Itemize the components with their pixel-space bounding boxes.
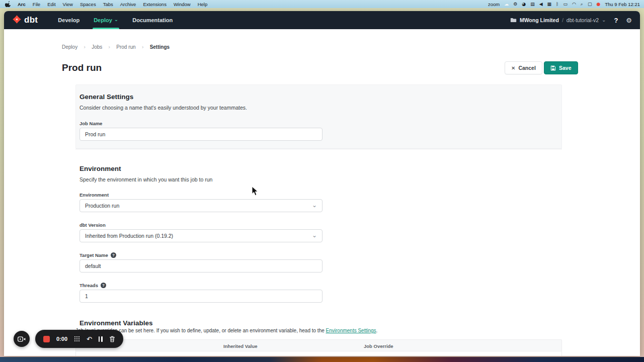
job-name-label: Job Name [79,121,102,126]
breadcrumb-deploy[interactable]: Deploy [62,44,77,50]
dbt-logo-icon [12,15,22,26]
desktop-wallpaper-strip [0,355,644,362]
breadcrumb-prod-run[interactable]: Prod run [116,44,135,50]
cloud-icon[interactable]: ☁ [504,2,509,7]
nav-develop[interactable]: Develop [52,11,86,29]
env-vars-description-suffix: . [376,328,378,333]
threads-label-text: Threads [79,283,98,288]
menu-extensions[interactable]: Extensions [139,2,170,7]
breadcrumb-separator-icon: › [108,44,110,50]
env-vars-table-row [75,351,562,356]
target-name-label-text: Target Name [79,252,108,258]
job-settings-page: Deploy › Jobs › Prod run › Settings Prod… [4,29,640,356]
nav-develop-label: Develop [58,17,79,23]
zoom-menu-label[interactable]: zoom [488,2,500,7]
general-settings-description: Consider choosing a name that's easily u… [79,105,247,111]
dbt-logo[interactable]: dbt [12,15,38,26]
chevron-down-icon: ⌄ [114,17,118,22]
save-button[interactable]: Save [544,61,578,74]
battery-icon[interactable]: ▭ [563,2,568,7]
clock-icon[interactable]: ◕ [522,2,526,7]
help-icon[interactable]: ? [614,17,618,24]
menubar-status-area: zoom ☁ ⚙ ◕ ▤ ◀ ▦ ᛒ ▭ ◠ ⌕ ▢ ● Thu 9 Feb 1… [488,2,640,7]
menu-window[interactable]: Window [170,2,194,7]
menubar-clock[interactable]: Thu 9 Feb 12:21 [605,2,640,7]
dbt-version-select[interactable]: Inherited from Production run (0.19.2) ⌄ [79,229,323,242]
help-circle-icon[interactable]: ? [111,252,116,258]
dbt-version-label: dbt Version [79,222,106,228]
drag-handle-icon[interactable] [74,336,80,342]
settings-gear-icon[interactable]: ⚙ [626,17,632,24]
pause-icon[interactable] [99,336,103,342]
environment-variables-description: Job level overrides can be set here. If … [75,328,528,333]
menu-archive[interactable]: Archive [117,2,140,7]
page-title: Prod run [62,62,102,73]
close-icon: ✕ [511,65,515,71]
menu-file[interactable]: File [29,2,44,7]
undo-icon[interactable]: ↶ [87,336,92,342]
stop-recording-button[interactable] [43,336,50,342]
breadcrumb-settings: Settings [150,44,170,50]
trash-icon[interactable] [109,336,115,342]
help-circle-icon[interactable]: ? [101,283,106,288]
breadcrumb-separator-icon: › [142,44,144,50]
menu-help[interactable]: Help [194,2,211,7]
macos-menu-bar: Arc File Edit View Spaces Tabs Archive E… [0,0,644,8]
job-name-label-text: Job Name [79,121,102,126]
chevron-down-icon: ⌄ [312,232,317,239]
calendar-icon[interactable]: ▦ [547,2,552,7]
target-name-input[interactable] [79,259,323,273]
bluetooth-icon[interactable]: ᛒ [556,2,558,7]
environments-settings-link[interactable]: Environments Settings [326,328,376,333]
breadcrumb: Deploy › Jobs › Prod run › Settings [62,44,170,50]
job-name-input[interactable] [79,128,323,141]
cancel-button-label: Cancel [518,65,535,71]
environment-label-text: Environment [79,192,109,198]
cancel-button[interactable]: ✕ Cancel [505,61,542,74]
column-job-override: Job Override [364,343,393,349]
volume-icon[interactable]: ◀ [539,2,543,7]
record-dot-icon[interactable]: ● [596,2,600,7]
display-icon[interactable]: ▢ [588,2,592,7]
header-right: MWong Limited / dbt-tutorial-v2 ⌄ ? ⚙ [510,17,632,24]
account-switcher[interactable]: MWong Limited / dbt-tutorial-v2 ⌄ [510,17,606,23]
environment-title: Environment [79,165,121,172]
general-settings-title: General Settings [79,93,133,101]
browser-window: dbt Develop Deploy ⌄ Documentation MWong… [4,11,640,356]
keyboard-icon[interactable]: ▤ [530,2,535,7]
nav-documentation[interactable]: Documentation [126,11,179,29]
threads-input[interactable] [79,290,323,303]
folder-icon [510,18,517,23]
recording-timer: 0:00 [56,336,67,342]
menu-arc[interactable]: Arc [14,2,29,7]
search-icon[interactable]: ⌕ [581,2,583,7]
account-separator: / [562,17,564,23]
column-inherited-value: Inherited Value [223,343,258,349]
nav-deploy-label: Deploy [94,17,112,23]
chevron-down-icon: ⌄ [312,202,317,209]
save-button-label: Save [559,65,572,71]
project-name: dbt-tutorial-v2 [567,17,599,23]
camera-toggle-button[interactable] [14,331,30,347]
wifi-icon[interactable]: ◠ [572,2,576,7]
recording-toolbar: 0:00 ↶ [35,330,123,348]
breadcrumb-separator-icon: › [84,44,86,50]
environment-select-value: Production run [85,203,119,209]
breadcrumb-jobs[interactable]: Jobs [92,44,102,50]
gear-icon[interactable]: ⚙ [513,2,517,7]
menu-view[interactable]: View [59,2,76,7]
threads-label: Threads ? [79,283,106,288]
environment-description: Specify the environment in which you wan… [79,176,212,183]
dbt-version-select-value: Inherited from Production run (0.19.2) [85,233,173,239]
chevron-down-icon: ⌄ [602,17,606,23]
nav-deploy[interactable]: Deploy ⌄ [88,11,124,29]
save-icon [550,65,556,71]
menu-spaces[interactable]: Spaces [76,2,100,7]
menu-tabs[interactable]: Tabs [100,2,117,7]
dbt-version-label-text: dbt Version [79,222,106,228]
apple-menu-icon[interactable] [4,1,11,7]
environment-select[interactable]: Production run ⌄ [79,199,323,212]
account-name: MWong Limited [520,17,559,23]
environment-label: Environment [79,192,109,198]
menu-edit[interactable]: Edit [44,2,59,7]
